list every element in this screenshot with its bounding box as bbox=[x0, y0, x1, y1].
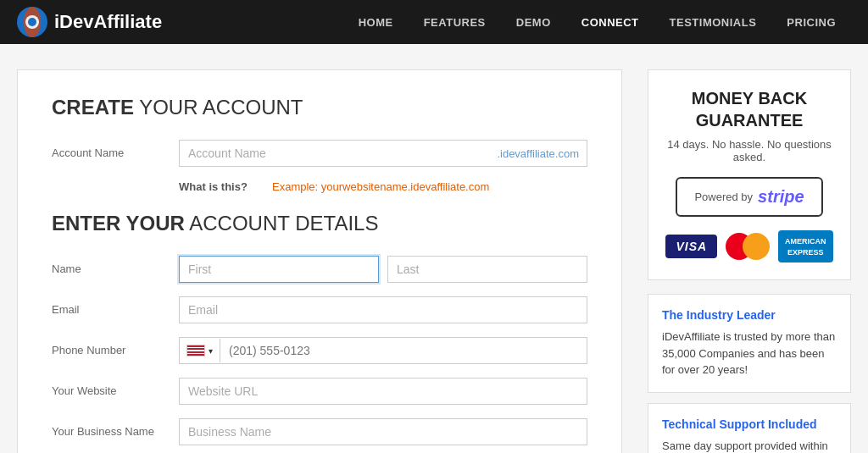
form-section: CREATE YOUR ACCOUNT Account Name .idevaf… bbox=[17, 69, 622, 453]
nav-connect[interactable]: CONNECT bbox=[566, 0, 654, 44]
phone-label: Phone Number bbox=[52, 337, 162, 356]
industry-text: iDevAffiliate is trusted by more than 35… bbox=[662, 329, 837, 378]
support-title: Technical Support Included bbox=[662, 417, 837, 431]
stripe-brand: stripe bbox=[758, 187, 804, 207]
account-name-label: Account Name bbox=[52, 140, 162, 159]
nav-demo[interactable]: DEMO bbox=[501, 0, 566, 44]
what-is-this-example: Example: yourwebsitename.idevaffiliate.c… bbox=[272, 180, 489, 193]
logo-icon bbox=[17, 7, 47, 37]
industry-box: The Industry Leader iDevAffiliate is tru… bbox=[648, 294, 851, 393]
nav-home[interactable]: HOME bbox=[343, 0, 409, 44]
guarantee-box: MONEY BACK GUARANTEE 14 days. No hassle.… bbox=[648, 69, 851, 280]
create-account-title: CREATE YOUR ACCOUNT bbox=[52, 96, 587, 119]
mastercard-badge bbox=[726, 233, 770, 260]
account-name-suffix: .idevaffiliate.com bbox=[497, 147, 579, 160]
name-group: Name bbox=[52, 256, 587, 283]
business-label: Your Business Name bbox=[52, 418, 162, 438]
website-group: Your Website bbox=[52, 378, 587, 405]
mc-circle-orange bbox=[743, 233, 770, 260]
svg-point-3 bbox=[28, 18, 36, 26]
payment-icons: VISA AMERICANEXPRESS bbox=[665, 230, 833, 262]
industry-title: The Industry Leader bbox=[662, 308, 837, 322]
page-container: CREATE YOUR ACCOUNT Account Name .idevaf… bbox=[0, 44, 868, 453]
guarantee-title: MONEY BACK GUARANTEE bbox=[665, 87, 833, 131]
nav-features[interactable]: FEATURES bbox=[409, 0, 501, 44]
stripe-powered-text: Powered by bbox=[694, 191, 753, 203]
visa-badge: VISA bbox=[665, 235, 717, 258]
name-label: Name bbox=[52, 256, 162, 275]
amex-badge: AMERICANEXPRESS bbox=[778, 230, 833, 262]
nav-links: HOME FEATURES DEMO CONNECT TESTIMONIALS … bbox=[343, 0, 851, 44]
name-inputs bbox=[179, 256, 587, 283]
website-input[interactable] bbox=[179, 378, 587, 405]
what-is-this-row: What is this? Example: yourwebsitename.i… bbox=[52, 180, 587, 193]
account-name-wrap: .idevaffiliate.com bbox=[179, 140, 587, 167]
business-input[interactable] bbox=[179, 418, 587, 445]
nav-pricing[interactable]: PRICING bbox=[771, 0, 851, 44]
email-input[interactable] bbox=[179, 296, 587, 323]
sidebar: MONEY BACK GUARANTEE 14 days. No hassle.… bbox=[648, 69, 851, 453]
stripe-badge: Powered by stripe bbox=[676, 177, 822, 217]
logo: iDevAffiliate bbox=[17, 7, 343, 37]
nav-testimonials[interactable]: TESTIMONIALS bbox=[654, 0, 772, 44]
amex-label: AMERICANEXPRESS bbox=[785, 237, 826, 257]
navigation: iDevAffiliate HOME FEATURES DEMO CONNECT… bbox=[0, 0, 868, 44]
email-group: Email bbox=[52, 296, 587, 323]
what-is-this-label: What is this? bbox=[179, 180, 264, 193]
email-label: Email bbox=[52, 296, 162, 316]
phone-flag[interactable]: ▾ bbox=[180, 339, 220, 362]
flag-dropdown-icon: ▾ bbox=[209, 346, 213, 356]
support-box: Technical Support Included Same day supp… bbox=[648, 403, 851, 453]
account-details-title: ENTER YOUR ACCOUNT DETAILS bbox=[52, 212, 587, 235]
phone-group: Phone Number ▾ bbox=[52, 337, 587, 364]
guarantee-subtitle: 14 days. No hassle. No questions asked. bbox=[665, 138, 833, 163]
phone-input-wrap: ▾ bbox=[179, 337, 587, 364]
last-name-input[interactable] bbox=[387, 256, 587, 283]
website-label: Your Website bbox=[52, 378, 162, 397]
first-name-input[interactable] bbox=[179, 256, 379, 283]
flag-us-icon bbox=[186, 345, 205, 356]
support-text: Same day support provided within 24 hour… bbox=[662, 438, 837, 453]
phone-input[interactable] bbox=[220, 338, 587, 363]
business-group: Your Business Name bbox=[52, 418, 587, 445]
account-name-group: Account Name .idevaffiliate.com bbox=[52, 140, 587, 167]
logo-text: iDevAffiliate bbox=[54, 11, 162, 33]
